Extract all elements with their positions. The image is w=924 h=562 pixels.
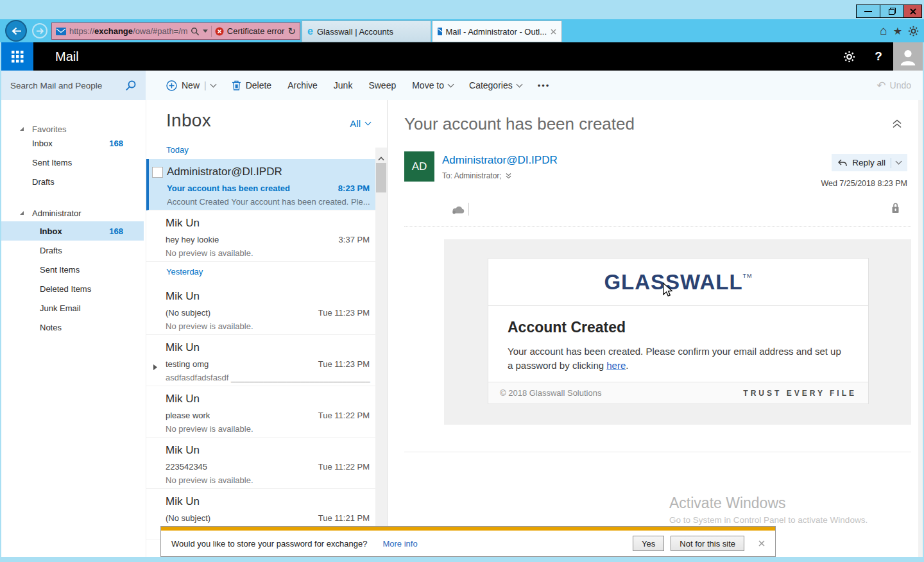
owa-settings-button[interactable]: [834, 42, 864, 71]
content-divider: [404, 452, 911, 452]
expand-triangle-icon[interactable]: [19, 126, 24, 132]
apps-grid-icon: [12, 51, 24, 63]
sender-avatar[interactable]: AD: [404, 151, 434, 182]
search-icon[interactable]: [125, 80, 137, 91]
restore-button[interactable]: [880, 4, 904, 18]
reading-pane-scrollbar[interactable]: [918, 100, 923, 557]
tab-close-icon[interactable]: [551, 29, 556, 35]
message-row[interactable]: Mik Un please work Tue 11:22 PM No previ…: [146, 386, 375, 438]
close-button[interactable]: [903, 4, 922, 18]
message-time: 3:37 PM: [339, 235, 370, 244]
expand-triangle-icon[interactable]: [19, 210, 24, 216]
address-bar[interactable]: https://exchange/owa/#path=/mail Certifi…: [51, 22, 300, 40]
more-commands-button[interactable]: •••: [538, 81, 551, 90]
message-row[interactable]: Mik Un 223542345 Tue 11:22 PM No preview…: [146, 438, 375, 489]
sidebar-item-deleted-items[interactable]: Deleted Items: [1, 279, 144, 298]
message-subject: please work: [166, 411, 210, 420]
message-sender: Mik Un: [166, 217, 200, 230]
app-title: Mail: [55, 49, 79, 64]
browser-settings-gear-icon[interactable]: [908, 26, 919, 37]
sidebar-item-inbox-favorites[interactable]: Inbox 168: [1, 133, 144, 153]
certificate-error-badge[interactable]: Certificate error: [227, 26, 285, 36]
close-icon: [910, 8, 916, 15]
minimize-button[interactable]: [856, 4, 880, 18]
message-subject: 223542345: [166, 462, 207, 472]
message-checkbox[interactable]: [152, 167, 163, 178]
message-preview: No preview is available.: [166, 321, 372, 331]
notification-close-icon[interactable]: [758, 540, 765, 547]
yes-button[interactable]: Yes: [633, 536, 664, 551]
email-card: GLASSWALLTM Account Created Your account…: [488, 258, 869, 404]
delete-button[interactable]: Delete: [232, 80, 271, 90]
scroll-up-icon[interactable]: [378, 152, 384, 164]
addin-cloud-icon[interactable]: [452, 205, 465, 217]
message-list-scrollbar[interactable]: [375, 148, 387, 557]
url-text[interactable]: https://exchange/owa/#path=/mail: [69, 26, 187, 36]
undo-button[interactable]: ↶Undo: [877, 71, 911, 100]
protection-lock-icon[interactable]: [891, 202, 900, 216]
message-preview: Account Created Your account has been cr…: [167, 197, 372, 207]
certificate-error-icon: [215, 27, 224, 36]
sidebar-item-drafts[interactable]: Drafts: [1, 241, 144, 260]
categories-button[interactable]: Categories: [469, 80, 522, 90]
message-row[interactable]: Mik Un hey hey lookie 3:37 PM No preview…: [146, 210, 375, 262]
sidebar-item-sent-items[interactable]: Sent Items: [1, 260, 144, 279]
message-time: 8:23 PM: [338, 183, 370, 193]
recipients-expand-icon[interactable]: [506, 173, 511, 179]
message-preview: asdfasdfadsfasdf _______________________…: [166, 373, 372, 382]
message-sender: Mik Un: [166, 444, 200, 457]
message-row[interactable]: Mik Un testing omg Tue 11:23 PM asdfasdf…: [146, 335, 375, 386]
url-dropdown-caret[interactable]: [203, 30, 208, 33]
forward-arrow-icon: [36, 28, 44, 35]
restore-icon: [889, 8, 896, 15]
sidebar-group-administrator[interactable]: Administrator: [1, 206, 146, 220]
archive-button[interactable]: Archive: [287, 80, 318, 90]
favorites-star-icon[interactable]: ★: [893, 25, 902, 37]
sidebar-item-sent-favorites[interactable]: Sent Items: [1, 153, 144, 172]
message-row[interactable]: Administrator@DI.IPDR Your account has b…: [146, 159, 375, 210]
search-input[interactable]: [10, 81, 121, 90]
filter-all-button[interactable]: All: [350, 118, 370, 129]
ie-window: https://exchange/owa/#path=/mail Certifi…: [0, 0, 924, 562]
tab-glasswall-accounts[interactable]: e Glasswall | Accounts: [302, 21, 431, 42]
toolbar: New | Delete Archive Junk Sweep Move to …: [146, 71, 923, 100]
message-row[interactable]: Mik Un (No subject) Tue 11:23 PM No prev…: [146, 284, 375, 335]
owa-header: Mail ?: [1, 42, 923, 71]
sidebar-item-notes[interactable]: Notes: [1, 318, 144, 337]
move-to-button[interactable]: Move to: [412, 80, 453, 90]
refresh-icon[interactable]: ↻: [287, 26, 296, 36]
expand-arrow-icon[interactable]: [153, 361, 157, 373]
tagline-text: TRUST EVERY FILE: [743, 389, 857, 398]
scroll-thumb[interactable]: [376, 163, 386, 192]
group-label-yesterday: Yesterday: [166, 267, 203, 277]
tab-mail-administrator[interactable]: Mail - Administrator - Outl...: [432, 21, 562, 42]
chevron-down-icon[interactable]: [896, 158, 902, 165]
chevron-down-icon: [448, 81, 454, 87]
more-info-link[interactable]: More info: [382, 539, 417, 549]
not-for-this-site-button[interactable]: Not for this site: [671, 536, 744, 551]
new-button[interactable]: New |: [166, 80, 216, 91]
home-icon[interactable]: ⌂: [880, 24, 887, 38]
reply-all-button[interactable]: Reply all: [832, 154, 907, 171]
to-recipients[interactable]: To: Administrator;: [442, 171, 511, 180]
message-subject: (No subject): [166, 513, 210, 523]
help-button[interactable]: ?: [864, 42, 893, 71]
back-button[interactable]: [5, 20, 27, 42]
chevron-down-icon[interactable]: [210, 81, 216, 87]
here-link[interactable]: here: [606, 360, 626, 371]
sweep-button[interactable]: Sweep: [368, 80, 396, 90]
sidebar-item-junk-email[interactable]: Junk Email: [1, 298, 144, 318]
collapse-message-button[interactable]: [892, 119, 902, 131]
forward-button[interactable]: [32, 23, 47, 38]
sidebar-item-inbox[interactable]: Inbox 168: [1, 221, 144, 241]
avatar-button[interactable]: [893, 42, 923, 71]
mail-favicon-icon: [56, 28, 66, 35]
sidebar-item-drafts-favorites[interactable]: Drafts: [1, 172, 144, 191]
reply-all-icon: [838, 159, 847, 167]
junk-button[interactable]: Junk: [334, 80, 353, 90]
main-area: Favorites Inbox 168 Sent Items Drafts Ad…: [1, 100, 923, 557]
search-url-icon[interactable]: [191, 27, 200, 36]
apps-launcher-button[interactable]: [1, 42, 33, 71]
sender-name-link[interactable]: Administrator@DI.IPDR: [442, 154, 558, 167]
message-time: Tue 11:21 PM: [318, 513, 370, 523]
